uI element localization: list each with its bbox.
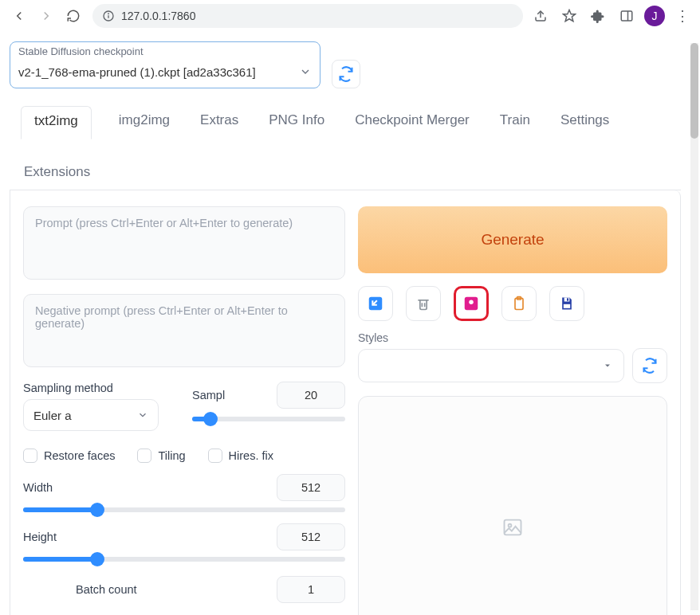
extensions-icon[interactable]	[587, 5, 609, 27]
forward-button[interactable]	[33, 3, 59, 29]
styles-refresh-button[interactable]	[632, 348, 667, 383]
checkpoint-refresh-button[interactable]	[332, 60, 360, 88]
main-tabs: txt2img img2img Extras PNG Info Checkpoi…	[10, 106, 681, 190]
batch-count-input[interactable]: 1	[277, 576, 345, 603]
svg-rect-7	[369, 297, 383, 311]
checkpoint-select[interactable]: Stable Diffusion checkpoint v2-1_768-ema…	[10, 41, 321, 88]
share-icon[interactable]	[529, 5, 552, 27]
width-slider[interactable]	[23, 507, 345, 512]
svg-rect-15	[505, 520, 521, 535]
chevron-down-icon	[137, 409, 148, 421]
tab-checkpoint-merger[interactable]: Checkpoint Merger	[352, 106, 473, 139]
svg-rect-14	[564, 304, 570, 308]
interrogate-button[interactable]	[358, 286, 393, 321]
width-input[interactable]: 512	[277, 474, 345, 501]
hires-fix-checkbox[interactable]: Hires. fix	[208, 449, 273, 463]
profile-avatar[interactable]: J	[644, 6, 665, 26]
clear-button[interactable]	[406, 286, 441, 321]
width-label: Width	[23, 481, 53, 494]
tab-img2img[interactable]: img2img	[116, 106, 173, 139]
browser-right-icons: J ⋮	[529, 5, 694, 27]
sampling-steps-label: Sampl	[192, 389, 225, 402]
negative-prompt-input[interactable]: Negative prompt (press Ctrl+Enter or Alt…	[23, 294, 345, 367]
address-bar[interactable]: 127.0.0.1:7860	[92, 4, 523, 28]
image-placeholder-icon	[501, 516, 524, 539]
generate-button[interactable]: Generate	[358, 206, 667, 273]
vertical-scrollbar[interactable]	[690, 43, 698, 610]
svg-rect-13	[567, 298, 568, 300]
sampling-steps-slider[interactable]	[192, 417, 345, 421]
batch-count-label: Batch count	[76, 583, 137, 596]
sampling-steps-input[interactable]: 20	[277, 382, 345, 409]
back-button[interactable]	[6, 3, 32, 29]
tab-settings[interactable]: Settings	[557, 106, 612, 139]
svg-point-9	[469, 300, 474, 304]
restore-faces-checkbox[interactable]: Restore faces	[23, 449, 115, 463]
styles-apply-button[interactable]	[454, 286, 489, 321]
tab-extensions[interactable]: Extensions	[21, 158, 681, 190]
svg-rect-5	[621, 11, 632, 21]
clipboard-button[interactable]	[501, 286, 537, 321]
save-button[interactable]	[549, 286, 584, 321]
tab-extras[interactable]: Extras	[197, 106, 242, 139]
height-input[interactable]: 512	[277, 523, 345, 550]
prompt-input[interactable]: Prompt (press Ctrl+Enter or Alt+Enter to…	[23, 206, 345, 280]
svg-point-2	[108, 14, 109, 14]
svg-marker-4	[564, 10, 576, 22]
checkpoint-label: Stable Diffusion checkpoint	[18, 45, 320, 57]
styles-select[interactable]	[358, 349, 624, 382]
kebab-menu-icon[interactable]: ⋮	[671, 5, 694, 27]
tab-txt2img[interactable]: txt2img	[21, 106, 92, 139]
caret-down-icon	[603, 361, 612, 370]
site-info-icon[interactable]	[102, 10, 115, 22]
height-label: Height	[23, 531, 57, 543]
tab-pnginfo[interactable]: PNG Info	[265, 106, 328, 139]
height-slider[interactable]	[23, 557, 345, 562]
sampling-method-label: Sampling method	[23, 382, 176, 394]
checkpoint-value: v2-1_768-ema-pruned (1).ckpt [ad2a33c361…	[18, 65, 256, 79]
tiling-checkbox[interactable]: Tiling	[137, 449, 185, 463]
bookmark-star-icon[interactable]	[558, 5, 580, 27]
sampling-method-select[interactable]: Euler a	[23, 399, 159, 431]
svg-point-16	[509, 524, 512, 527]
sidepanel-icon[interactable]	[615, 5, 638, 27]
url-text: 127.0.0.1:7860	[121, 10, 195, 22]
browser-toolbar: 127.0.0.1:7860 J ⋮	[0, 0, 700, 32]
styles-label: Styles	[358, 331, 388, 344]
tab-train[interactable]: Train	[497, 106, 533, 139]
output-preview	[358, 396, 667, 615]
chevron-down-icon	[299, 65, 312, 78]
reload-button[interactable]	[61, 3, 86, 29]
